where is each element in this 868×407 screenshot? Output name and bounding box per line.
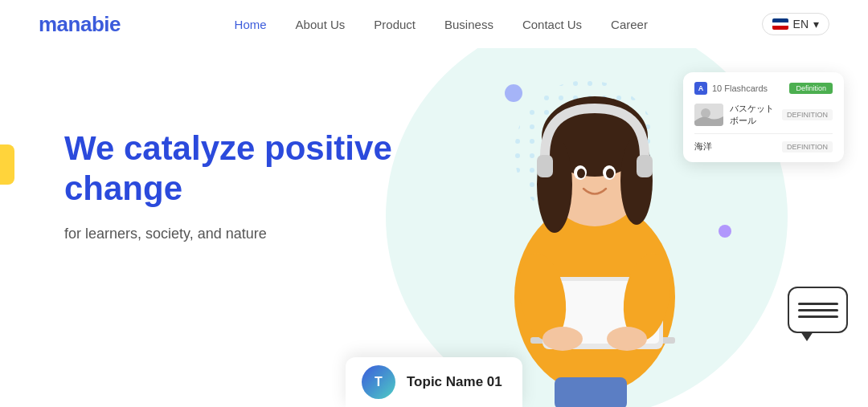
- logo[interactable]: manabie: [39, 12, 121, 37]
- speech-bubble: [788, 287, 852, 343]
- flashcard-widget: A 10 Flashcards Definition バスケットボール DEFI…: [683, 72, 844, 162]
- flashcard-logo-icon: A: [694, 82, 707, 95]
- hero-subtitle: for learners, society, and nature: [64, 226, 392, 242]
- svg-point-22: [701, 108, 710, 118]
- deco-circle-1: [505, 84, 522, 102]
- flashcard-row-2: 海洋 DEFINITION: [694, 140, 833, 153]
- main-content: We catalyze positive change for learners…: [0, 48, 868, 407]
- hero-title: We catalyze positive change: [64, 128, 392, 210]
- topic-avatar: T: [362, 365, 395, 399]
- flashcard-row-1: バスケットボール DEFINITION: [694, 103, 833, 134]
- topic-avatar-letter: T: [375, 375, 383, 389]
- flag-icon: [772, 18, 788, 30]
- svg-rect-11: [537, 155, 553, 177]
- nav-contact-us[interactable]: Contact Us: [522, 18, 582, 31]
- svg-rect-20: [555, 377, 627, 407]
- flashcard-image-1: [694, 104, 723, 126]
- nav-career[interactable]: Career: [611, 18, 648, 31]
- svg-point-19: [607, 327, 647, 351]
- svg-point-18: [542, 327, 583, 351]
- flashcard-word-2: 海洋: [694, 140, 776, 153]
- speech-line-1: [798, 303, 838, 305]
- chevron-down-icon: ▾: [813, 18, 819, 31]
- nav-about-us[interactable]: About Us: [296, 18, 346, 31]
- main-nav: Home About Us Product Business Contact U…: [235, 18, 648, 31]
- flashcard-count: 10 Flashcards: [712, 83, 768, 93]
- lang-code: EN: [793, 18, 809, 31]
- nav-business[interactable]: Business: [444, 18, 493, 31]
- flashcard-header: A 10 Flashcards Definition: [694, 82, 833, 95]
- hero-section: We catalyze positive change for learners…: [64, 128, 392, 242]
- svg-point-9: [577, 169, 585, 178]
- svg-rect-12: [637, 155, 653, 177]
- flashcard-word-1: バスケットボール: [730, 103, 776, 127]
- svg-point-10: [606, 169, 614, 178]
- speech-line-3: [798, 315, 838, 318]
- language-selector[interactable]: EN ▾: [762, 13, 829, 35]
- nav-product[interactable]: Product: [374, 18, 416, 31]
- speech-line-2: [798, 309, 838, 311]
- flashcard-def-1: DEFINITION: [782, 109, 833, 120]
- topic-name: Topic Name 01: [407, 374, 502, 390]
- deco-circle-2: [719, 225, 731, 238]
- flashcard-tab-label: Definition: [789, 83, 833, 94]
- speech-bubble-inner: [788, 287, 848, 333]
- logo-text: manabie: [39, 12, 121, 36]
- deco-yellow-bar: [0, 144, 14, 185]
- flashcard-def-2: DEFINITION: [782, 141, 833, 153]
- nav-home[interactable]: Home: [235, 18, 267, 31]
- topic-card: T Topic Name 01: [346, 357, 522, 407]
